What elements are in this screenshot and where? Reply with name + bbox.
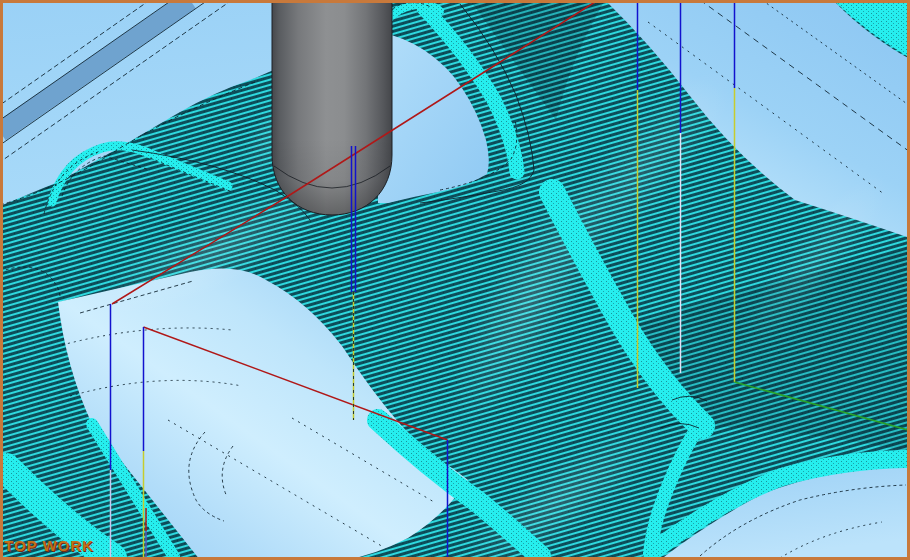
cam-viewport[interactable]: TOP WORK bbox=[0, 0, 910, 560]
work-plane-label: TOP WORK bbox=[4, 537, 94, 554]
graphics-canvas[interactable] bbox=[0, 0, 910, 560]
tool-cutter bbox=[272, 0, 392, 215]
